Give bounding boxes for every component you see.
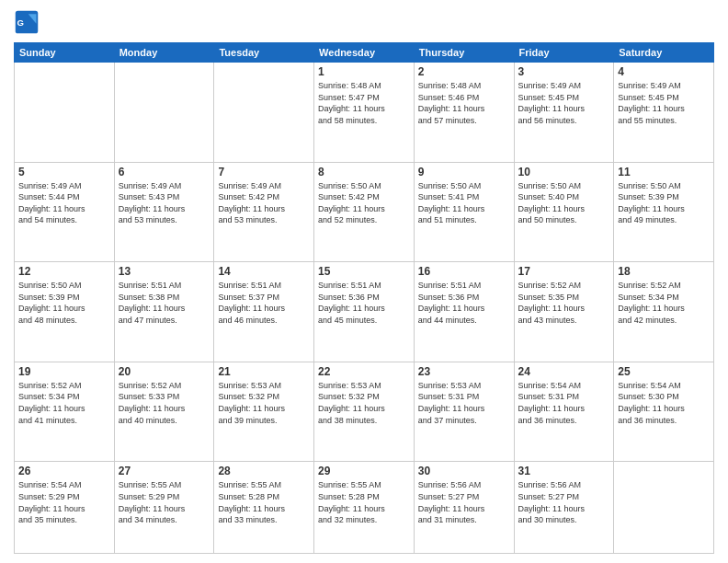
day-number: 3 — [518, 65, 610, 78]
day-info: Sunrise: 5:49 AM Sunset: 5:45 PM Dayligh… — [518, 80, 610, 126]
day-info: Sunrise: 5:49 AM Sunset: 5:44 PM Dayligh… — [18, 180, 110, 226]
calendar-cell — [614, 462, 714, 554]
day-info: Sunrise: 5:55 AM Sunset: 5:28 PM Dayligh… — [318, 479, 410, 525]
day-info: Sunrise: 5:54 AM Sunset: 5:30 PM Dayligh… — [618, 380, 710, 426]
calendar-cell: 22Sunrise: 5:53 AM Sunset: 5:32 PM Dayli… — [314, 362, 415, 462]
day-number: 29 — [318, 465, 410, 477]
day-number: 22 — [318, 365, 410, 378]
day-info: Sunrise: 5:48 AM Sunset: 5:46 PM Dayligh… — [418, 80, 510, 126]
calendar-cell: 27Sunrise: 5:55 AM Sunset: 5:29 PM Dayli… — [114, 462, 214, 554]
calendar-cell: 13Sunrise: 5:51 AM Sunset: 5:38 PM Dayli… — [114, 262, 214, 362]
day-info: Sunrise: 5:56 AM Sunset: 5:27 PM Dayligh… — [418, 479, 510, 525]
day-number: 20 — [119, 365, 210, 378]
day-number: 10 — [518, 166, 610, 178]
day-info: Sunrise: 5:52 AM Sunset: 5:35 PM Dayligh… — [518, 280, 610, 326]
header: G — [14, 9, 714, 35]
day-info: Sunrise: 5:53 AM Sunset: 5:32 PM Dayligh… — [318, 380, 410, 426]
calendar-week-row: 26Sunrise: 5:54 AM Sunset: 5:29 PM Dayli… — [15, 462, 714, 554]
calendar-cell: 25Sunrise: 5:54 AM Sunset: 5:30 PM Dayli… — [614, 362, 714, 462]
calendar-week-row: 5Sunrise: 5:49 AM Sunset: 5:44 PM Daylig… — [15, 162, 714, 262]
weekday-header-sunday: Sunday — [15, 43, 115, 63]
weekday-header-monday: Monday — [114, 43, 214, 63]
weekday-header-row: SundayMondayTuesdayWednesdayThursdayFrid… — [15, 43, 714, 63]
day-info: Sunrise: 5:56 AM Sunset: 5:27 PM Dayligh… — [518, 479, 610, 525]
day-number: 1 — [318, 65, 410, 78]
day-info: Sunrise: 5:55 AM Sunset: 5:29 PM Dayligh… — [119, 479, 210, 525]
svg-text:G: G — [17, 17, 24, 28]
day-number: 19 — [18, 365, 110, 378]
calendar-cell — [114, 63, 214, 163]
calendar-cell: 20Sunrise: 5:52 AM Sunset: 5:33 PM Dayli… — [114, 362, 214, 462]
day-number: 26 — [18, 465, 110, 477]
day-info: Sunrise: 5:49 AM Sunset: 5:45 PM Dayligh… — [618, 80, 710, 126]
calendar-cell: 15Sunrise: 5:51 AM Sunset: 5:36 PM Dayli… — [314, 262, 415, 362]
calendar-cell: 4Sunrise: 5:49 AM Sunset: 5:45 PM Daylig… — [614, 63, 714, 163]
day-info: Sunrise: 5:54 AM Sunset: 5:31 PM Dayligh… — [518, 380, 610, 426]
calendar-table: SundayMondayTuesdayWednesdayThursdayFrid… — [14, 42, 714, 554]
day-number: 15 — [318, 265, 410, 278]
day-number: 12 — [18, 265, 110, 278]
day-info: Sunrise: 5:52 AM Sunset: 5:34 PM Dayligh… — [18, 380, 110, 426]
calendar-cell: 26Sunrise: 5:54 AM Sunset: 5:29 PM Dayli… — [15, 462, 115, 554]
day-number: 8 — [318, 166, 410, 178]
calendar-cell: 9Sunrise: 5:50 AM Sunset: 5:41 PM Daylig… — [414, 162, 514, 262]
day-info: Sunrise: 5:51 AM Sunset: 5:38 PM Dayligh… — [119, 280, 210, 326]
day-info: Sunrise: 5:53 AM Sunset: 5:32 PM Dayligh… — [218, 380, 310, 426]
calendar-week-row: 1Sunrise: 5:48 AM Sunset: 5:47 PM Daylig… — [15, 63, 714, 163]
calendar-cell: 14Sunrise: 5:51 AM Sunset: 5:37 PM Dayli… — [214, 262, 314, 362]
day-info: Sunrise: 5:53 AM Sunset: 5:31 PM Dayligh… — [418, 380, 510, 426]
logo: G — [14, 9, 43, 35]
weekday-header-saturday: Saturday — [614, 43, 714, 63]
calendar-cell: 5Sunrise: 5:49 AM Sunset: 5:44 PM Daylig… — [15, 162, 115, 262]
calendar-cell: 12Sunrise: 5:50 AM Sunset: 5:39 PM Dayli… — [15, 262, 115, 362]
calendar-cell: 28Sunrise: 5:55 AM Sunset: 5:28 PM Dayli… — [214, 462, 314, 554]
weekday-header-tuesday: Tuesday — [214, 43, 314, 63]
day-info: Sunrise: 5:48 AM Sunset: 5:47 PM Dayligh… — [318, 80, 410, 126]
day-number: 23 — [418, 365, 510, 378]
day-info: Sunrise: 5:52 AM Sunset: 5:33 PM Dayligh… — [119, 380, 210, 426]
day-info: Sunrise: 5:50 AM Sunset: 5:40 PM Dayligh… — [518, 180, 610, 226]
calendar-cell: 2Sunrise: 5:48 AM Sunset: 5:46 PM Daylig… — [414, 63, 514, 163]
day-number: 2 — [418, 65, 510, 78]
calendar-week-row: 19Sunrise: 5:52 AM Sunset: 5:34 PM Dayli… — [15, 362, 714, 462]
day-number: 27 — [119, 465, 210, 477]
calendar-cell: 23Sunrise: 5:53 AM Sunset: 5:31 PM Dayli… — [414, 362, 514, 462]
day-number: 25 — [618, 365, 710, 378]
day-info: Sunrise: 5:49 AM Sunset: 5:42 PM Dayligh… — [218, 180, 310, 226]
calendar-cell: 17Sunrise: 5:52 AM Sunset: 5:35 PM Dayli… — [514, 262, 614, 362]
day-info: Sunrise: 5:51 AM Sunset: 5:36 PM Dayligh… — [418, 280, 510, 326]
day-number: 31 — [518, 465, 610, 477]
calendar-cell: 16Sunrise: 5:51 AM Sunset: 5:36 PM Dayli… — [414, 262, 514, 362]
day-info: Sunrise: 5:50 AM Sunset: 5:42 PM Dayligh… — [318, 180, 410, 226]
calendar-cell: 31Sunrise: 5:56 AM Sunset: 5:27 PM Dayli… — [514, 462, 614, 554]
day-info: Sunrise: 5:50 AM Sunset: 5:39 PM Dayligh… — [18, 280, 110, 326]
day-info: Sunrise: 5:51 AM Sunset: 5:36 PM Dayligh… — [318, 280, 410, 326]
day-info: Sunrise: 5:55 AM Sunset: 5:28 PM Dayligh… — [218, 479, 310, 525]
calendar-cell: 30Sunrise: 5:56 AM Sunset: 5:27 PM Dayli… — [414, 462, 514, 554]
calendar-cell: 18Sunrise: 5:52 AM Sunset: 5:34 PM Dayli… — [614, 262, 714, 362]
calendar-cell: 19Sunrise: 5:52 AM Sunset: 5:34 PM Dayli… — [15, 362, 115, 462]
page: G SundayMondayTuesdayWednesdayThursdayFr… — [0, 0, 728, 563]
day-number: 7 — [218, 166, 310, 178]
day-number: 13 — [119, 265, 210, 278]
calendar-cell: 24Sunrise: 5:54 AM Sunset: 5:31 PM Dayli… — [514, 362, 614, 462]
day-info: Sunrise: 5:52 AM Sunset: 5:34 PM Dayligh… — [618, 280, 710, 326]
day-info: Sunrise: 5:54 AM Sunset: 5:29 PM Dayligh… — [18, 479, 110, 525]
calendar-cell: 1Sunrise: 5:48 AM Sunset: 5:47 PM Daylig… — [314, 63, 415, 163]
day-info: Sunrise: 5:51 AM Sunset: 5:37 PM Dayligh… — [218, 280, 310, 326]
calendar-week-row: 12Sunrise: 5:50 AM Sunset: 5:39 PM Dayli… — [15, 262, 714, 362]
day-number: 5 — [18, 166, 110, 178]
calendar-cell: 7Sunrise: 5:49 AM Sunset: 5:42 PM Daylig… — [214, 162, 314, 262]
calendar-cell: 6Sunrise: 5:49 AM Sunset: 5:43 PM Daylig… — [114, 162, 214, 262]
day-number: 4 — [618, 65, 710, 78]
calendar-cell: 8Sunrise: 5:50 AM Sunset: 5:42 PM Daylig… — [314, 162, 415, 262]
weekday-header-thursday: Thursday — [414, 43, 514, 63]
calendar-cell — [214, 63, 314, 163]
weekday-header-friday: Friday — [514, 43, 614, 63]
day-info: Sunrise: 5:50 AM Sunset: 5:41 PM Dayligh… — [418, 180, 510, 226]
day-number: 24 — [518, 365, 610, 378]
day-info: Sunrise: 5:50 AM Sunset: 5:39 PM Dayligh… — [618, 180, 710, 226]
calendar-cell: 3Sunrise: 5:49 AM Sunset: 5:45 PM Daylig… — [514, 63, 614, 163]
day-number: 28 — [218, 465, 310, 477]
day-number: 17 — [518, 265, 610, 278]
